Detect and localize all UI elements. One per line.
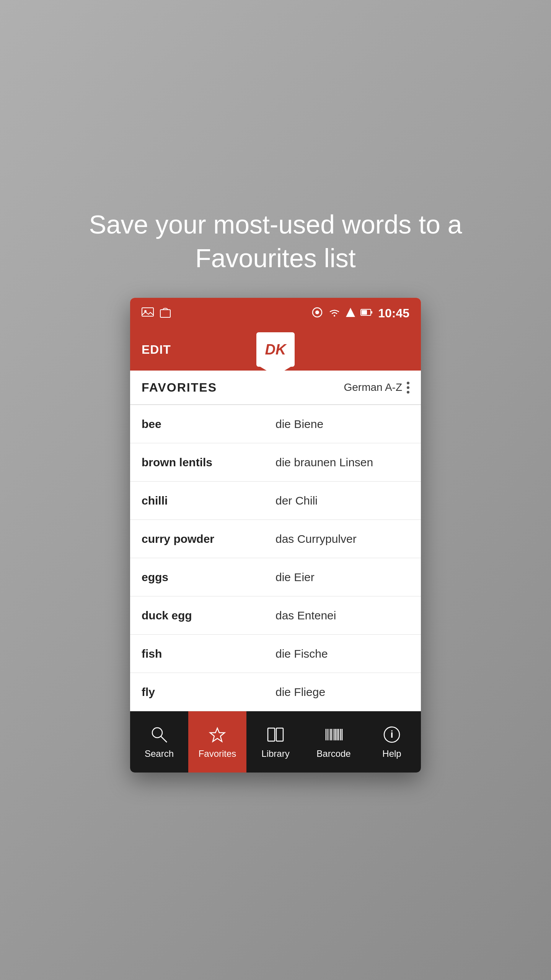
svg-rect-8 bbox=[362, 310, 367, 315]
word-row[interactable]: brown lentils die braunen Linsen bbox=[130, 443, 421, 482]
svg-rect-13 bbox=[268, 728, 275, 741]
nav-item-barcode[interactable]: Barcode bbox=[305, 711, 363, 773]
nav-label-library: Library bbox=[261, 748, 289, 759]
circle-icon bbox=[311, 307, 323, 320]
help-icon: i bbox=[382, 725, 401, 745]
search-icon bbox=[150, 725, 169, 745]
promo-text: Save your most-used words to a Favourite… bbox=[0, 207, 551, 298]
shop-icon bbox=[160, 306, 171, 321]
nav-item-library[interactable]: Library bbox=[246, 711, 305, 773]
nav-item-help[interactable]: i Help bbox=[363, 711, 421, 773]
battery-icon bbox=[360, 309, 373, 318]
signal-icon bbox=[346, 307, 355, 319]
dot bbox=[407, 391, 409, 394]
svg-rect-14 bbox=[276, 728, 283, 741]
page-background: Save your most-used words to a Favourite… bbox=[0, 0, 551, 980]
nav-label-barcode: Barcode bbox=[316, 748, 350, 759]
word-english: chilli bbox=[142, 494, 276, 507]
word-row[interactable]: fish die Fische bbox=[130, 635, 421, 673]
svg-marker-6 bbox=[346, 308, 355, 317]
word-german: die braunen Linsen bbox=[276, 456, 409, 469]
word-row[interactable]: bee die Biene bbox=[130, 405, 421, 443]
word-row[interactable]: eggs die Eier bbox=[130, 558, 421, 596]
wifi-icon bbox=[328, 308, 341, 318]
word-german: die Biene bbox=[276, 418, 409, 431]
svg-point-4 bbox=[315, 310, 319, 314]
dot bbox=[407, 386, 409, 389]
edit-button[interactable]: EDIT bbox=[142, 343, 171, 357]
word-english: curry powder bbox=[142, 532, 276, 546]
sort-container: German A-Z bbox=[344, 381, 409, 394]
word-row[interactable]: curry powder das Currypulver bbox=[130, 520, 421, 558]
nav-label-search: Search bbox=[145, 748, 174, 759]
dot bbox=[407, 382, 409, 384]
favorites-title: FAVORITES bbox=[142, 381, 217, 395]
nav-label-favorites: Favorites bbox=[199, 748, 236, 759]
svg-line-11 bbox=[161, 737, 167, 742]
word-german: die Fische bbox=[276, 647, 409, 660]
word-english: fly bbox=[142, 686, 276, 699]
favorites-bar: FAVORITES German A-Z bbox=[130, 371, 421, 405]
dk-logo-text: DK bbox=[265, 341, 286, 358]
nav-label-help: Help bbox=[382, 748, 401, 759]
sort-label: German A-Z bbox=[344, 381, 402, 394]
word-row[interactable]: duck egg das Entenei bbox=[130, 596, 421, 635]
svg-point-10 bbox=[152, 728, 162, 738]
word-list: bee die Biene brown lentils die braunen … bbox=[130, 405, 421, 711]
word-row[interactable]: chilli der Chili bbox=[130, 482, 421, 520]
word-row[interactable]: fly die Fliege bbox=[130, 673, 421, 711]
status-right: 10:45 bbox=[311, 306, 409, 320]
dk-logo: DK bbox=[256, 332, 295, 367]
svg-rect-2 bbox=[160, 310, 170, 317]
word-english: brown lentils bbox=[142, 456, 276, 469]
status-left bbox=[142, 306, 171, 321]
word-german: das Currypulver bbox=[276, 532, 409, 546]
word-german: die Fliege bbox=[276, 686, 409, 699]
word-english: fish bbox=[142, 647, 276, 660]
word-english: bee bbox=[142, 418, 276, 431]
word-german: das Entenei bbox=[276, 609, 409, 622]
svg-point-5 bbox=[334, 315, 335, 317]
nav-item-search[interactable]: Search bbox=[130, 711, 188, 773]
svg-marker-12 bbox=[210, 728, 225, 742]
word-german: die Eier bbox=[276, 571, 409, 584]
favorites-icon bbox=[208, 725, 227, 745]
word-german: der Chili bbox=[276, 494, 409, 507]
svg-rect-9 bbox=[371, 311, 372, 314]
status-time: 10:45 bbox=[378, 306, 409, 320]
phone-container: 10:45 EDIT DK FAVORITES German A-Z bbox=[130, 298, 421, 773]
nav-item-favorites[interactable]: Favorites bbox=[188, 711, 246, 773]
barcode-icon bbox=[324, 725, 343, 745]
library-icon bbox=[266, 725, 285, 745]
word-english: duck egg bbox=[142, 609, 276, 622]
status-bar: 10:45 bbox=[130, 298, 421, 328]
svg-rect-0 bbox=[142, 308, 153, 316]
image-icon bbox=[142, 307, 154, 320]
more-options-button[interactable] bbox=[407, 382, 409, 394]
word-english: eggs bbox=[142, 571, 276, 584]
bottom-nav: Search Favorites Library Barcode bbox=[130, 711, 421, 773]
svg-text:i: i bbox=[390, 728, 393, 740]
app-header: EDIT DK bbox=[130, 328, 421, 371]
